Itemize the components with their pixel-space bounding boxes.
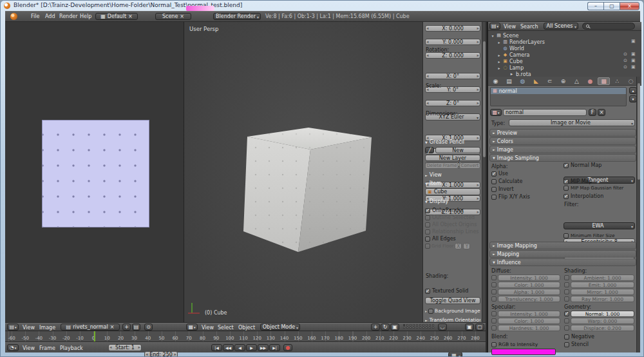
relationship-lines-checkbox[interactable]: [425, 229, 430, 235]
expander-icon[interactable]: ▾: [491, 34, 495, 38]
delete-frame-button[interactable]: Delete Frame: [425, 162, 459, 169]
tab-data[interactable]: △: [571, 77, 583, 85]
all-object-origins-checkbox[interactable]: [425, 222, 430, 227]
convert-button[interactable]: Convert: [459, 162, 480, 169]
outliner-item-scene[interactable]: ▾ ▤ Scene: [491, 32, 518, 39]
unlink-texture-button[interactable]: ×: [598, 109, 605, 116]
next-keyframe-button[interactable]: ▶▶: [258, 344, 269, 351]
checkbox[interactable]: [564, 282, 569, 287]
outliner-menu-search[interactable]: Search: [520, 24, 538, 30]
tab-physics[interactable]: ◌: [625, 77, 637, 85]
uv-menu-view[interactable]: View: [23, 325, 35, 331]
layer-toggle[interactable]: [422, 327, 424, 329]
mip-gauss-checkbox[interactable]: [564, 186, 569, 191]
outline-selected-checkbox[interactable]: [425, 215, 430, 220]
texture-slot-row[interactable]: [491, 101, 626, 106]
layer-toggle[interactable]: [413, 327, 415, 329]
outliner-item-world[interactable]: ◍ World: [497, 45, 524, 52]
grid-y-toggle[interactable]: Y: [463, 243, 470, 249]
frame-start-field[interactable]: Start: 1: [108, 344, 142, 351]
v3d-menu-select[interactable]: Select: [218, 325, 234, 331]
normal-slider[interactable]: Normal: 1.000: [571, 311, 634, 317]
mip-map-checkbox[interactable]: [564, 179, 569, 184]
checkbox[interactable]: [564, 325, 569, 331]
panel-preview[interactable]: Preview: [489, 129, 636, 137]
outliner-search-input[interactable]: [582, 23, 635, 30]
panel-view[interactable]: View: [425, 172, 480, 178]
ray-mirror-slider[interactable]: Ray Mirror: 1.000: [571, 296, 634, 302]
outliner-scope-dropdown[interactable]: All Scenes: [544, 23, 578, 30]
grease-pencil-new-button[interactable]: New: [435, 147, 480, 153]
layer-toggle[interactable]: [426, 324, 428, 326]
textured-solid-checkbox[interactable]: [425, 289, 430, 294]
panel-item[interactable]: Item: [425, 180, 480, 186]
maximize-button[interactable]: ▢: [603, 2, 620, 10]
texture-slot-row-selected[interactable]: ▩ normal: [491, 88, 626, 94]
layer-toggle[interactable]: [419, 324, 421, 326]
panel-background-images[interactable]: ▸ Background Images: [425, 308, 480, 314]
npanel-scrollbar[interactable]: [482, 22, 486, 322]
all-edges-checkbox[interactable]: [425, 236, 430, 242]
render-engine-dropdown[interactable]: Blender Render: [213, 13, 261, 20]
diffuse-color-slider[interactable]: Color: 1.000: [498, 282, 560, 288]
toggle-quad-view-button[interactable]: Toggle Quad View: [425, 297, 480, 304]
outliner-item-camera[interactable]: ▸ ◆ Camera: [497, 52, 529, 58]
expander-icon[interactable]: ▸: [497, 53, 501, 57]
background-images-checkbox[interactable]: [428, 309, 433, 314]
v3d-menu-object[interactable]: Object: [238, 325, 255, 331]
unlink-icon[interactable]: ×: [128, 14, 133, 19]
checkbox[interactable]: [491, 275, 497, 280]
timeline-editor-type-button[interactable]: ◔ ▾: [7, 344, 19, 351]
invert-checkbox[interactable]: [491, 187, 497, 192]
diffuse-intensity-slider[interactable]: Intensity: 1.000: [498, 275, 560, 281]
grid-floor-checkbox[interactable]: [425, 244, 430, 249]
only-render-checkbox[interactable]: [425, 208, 430, 213]
panel-mapping[interactable]: Mapping: [489, 250, 636, 258]
minimize-button[interactable]: –: [587, 2, 603, 10]
layer-toggle[interactable]: [426, 327, 428, 329]
tab-object[interactable]: ◣: [530, 77, 542, 85]
properties-scrollbar-thumb[interactable]: [638, 83, 640, 180]
tab-particles[interactable]: ∴: [611, 77, 623, 85]
jump-to-start-button[interactable]: |◀: [211, 344, 222, 351]
item-name-field[interactable]: ▣ Cube: [425, 188, 480, 195]
panel-image[interactable]: Image: [489, 146, 636, 153]
npanel-scrollbar-thumb[interactable]: [483, 41, 486, 157]
restrict-render-icon[interactable]: ▣: [631, 58, 636, 63]
panel-grease-pencil[interactable]: Grease Pencil: [425, 139, 480, 145]
layer-toggle[interactable]: [410, 324, 412, 326]
outliner-editor-type-button[interactable]: ▤ ▾: [489, 23, 500, 30]
opengl-render-icon[interactable]: ▣: [465, 323, 474, 331]
flip-axis-checkbox[interactable]: [491, 195, 497, 200]
normal-map-checkbox[interactable]: [564, 163, 569, 168]
panel-colors[interactable]: Colors: [489, 137, 636, 145]
scene-selector[interactable]: Scene ×: [155, 13, 191, 20]
fake-user-button[interactable]: F: [589, 109, 596, 116]
mirror-slider[interactable]: Mirror: 1.000: [571, 289, 634, 295]
tab-render[interactable]: ◉: [489, 77, 502, 85]
timeline-menu-view[interactable]: View: [23, 345, 35, 351]
texture-slot-list[interactable]: ▩ normal: [490, 87, 627, 106]
layer-toggle[interactable]: [403, 324, 405, 326]
pin-icon[interactable]: ⊙: [144, 323, 153, 331]
restrict-render-icon[interactable]: ▣: [631, 52, 636, 57]
record-button[interactable]: ●: [283, 344, 292, 351]
menu-add[interactable]: Add: [45, 14, 55, 19]
play-reverse-button[interactable]: ◀: [234, 344, 245, 351]
specular-hardness-slider[interactable]: Hardness: 1.000: [498, 325, 560, 331]
min-filter-checkbox[interactable]: [564, 233, 569, 238]
restrict-render-icon[interactable]: ▣: [631, 39, 636, 44]
calculate-checkbox[interactable]: [491, 179, 497, 184]
mode-dropdown[interactable]: Object Mode: [260, 323, 300, 331]
menu-help[interactable]: Help: [80, 14, 91, 19]
alpha-use-checkbox[interactable]: [491, 171, 497, 177]
layer-toggle[interactable]: [429, 324, 431, 326]
viewport-editor-type-button[interactable]: ▦ ▾: [186, 323, 198, 331]
location-x-field[interactable]: X: 0.000: [425, 25, 480, 32]
cube-render[interactable]: [184, 22, 422, 322]
layer-toggle[interactable]: [413, 324, 415, 326]
timeline-ruler[interactable]: -60-50-40-30-20-100102030405060708090100…: [5, 331, 486, 342]
diffuse-translucency-slider[interactable]: Translucency: 1.000: [498, 296, 560, 302]
outliner-item-cube[interactable]: ▸ ▣ Cube: [497, 58, 523, 64]
checkbox[interactable]: [491, 318, 497, 323]
